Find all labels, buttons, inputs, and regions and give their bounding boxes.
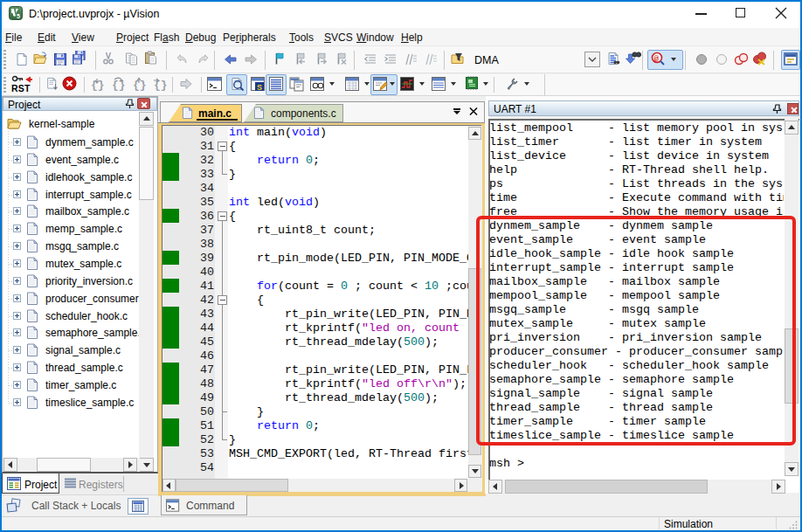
svg-text:{}: {}	[133, 79, 147, 92]
svg-text:{}: {}	[91, 79, 105, 92]
svg-text:5: 5	[17, 13, 20, 19]
svg-text:@: @	[654, 55, 660, 64]
svg-text:S: S	[257, 83, 262, 92]
svg-text:{}: {}	[112, 79, 126, 92]
